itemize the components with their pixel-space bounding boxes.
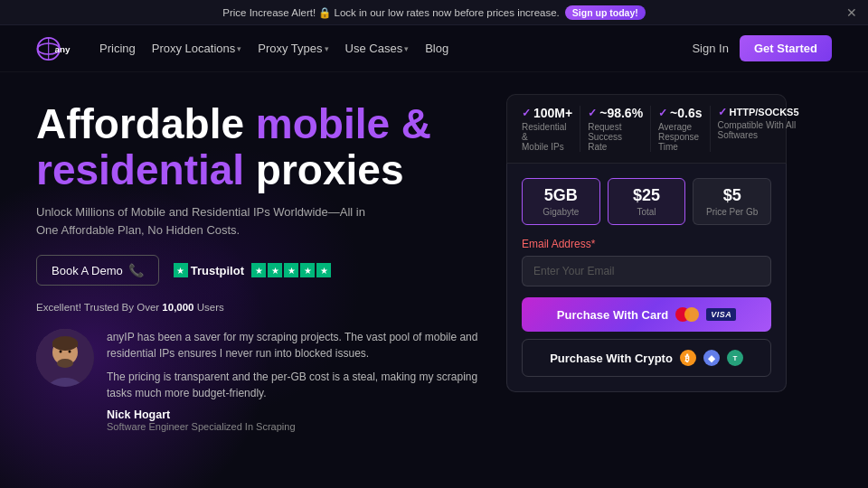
price-per-gb-label: Price Per Gb bbox=[701, 207, 763, 217]
usdt-icon: T bbox=[727, 350, 743, 366]
testimonial-section: anyIP has been a saver for my scraping p… bbox=[36, 329, 479, 432]
cta-row: Book A Demo 📞 ★ Trustpilot ★ ★ ★ ★ ★ bbox=[36, 255, 479, 286]
price-option-gb[interactable]: 5GB Gigabyte bbox=[522, 178, 600, 225]
get-started-button[interactable]: Get Started bbox=[740, 35, 832, 61]
price-total-label: Total bbox=[616, 207, 678, 217]
nav-pricing[interactable]: Pricing bbox=[92, 38, 143, 59]
testimonial-quote-1: anyIP has been a saver for my scraping p… bbox=[107, 329, 479, 361]
nav-links: Pricing Proxy Locations ▾ Proxy Types ▾ … bbox=[92, 38, 692, 59]
mastercard-icon bbox=[675, 307, 699, 322]
testimonial-name: Nick Hogart bbox=[107, 408, 479, 421]
announcement-bar: Price Increase Alert! 🔒 Lock in our low … bbox=[0, 0, 868, 25]
stats-row: ✓ 100M+ Residential & Mobile IPs ✓ ~98.6… bbox=[506, 94, 787, 164]
price-option-per-gb[interactable]: $5 Price Per Gb bbox=[693, 178, 771, 225]
trustpilot-stars: ★ ★ ★ ★ ★ bbox=[251, 263, 331, 277]
svg-point-9 bbox=[57, 359, 73, 368]
svg-rect-8 bbox=[52, 342, 78, 347]
nav-actions: Sign In Get Started bbox=[692, 35, 832, 61]
price-total-value: $25 bbox=[616, 186, 678, 205]
chevron-down-icon: ▾ bbox=[237, 44, 241, 53]
star-5: ★ bbox=[316, 263, 331, 277]
avatar bbox=[36, 329, 94, 387]
svg-point-11 bbox=[69, 351, 71, 353]
close-announcement-button[interactable]: ✕ bbox=[846, 6, 857, 19]
star-4: ★ bbox=[300, 263, 315, 277]
nav-use-cases[interactable]: Use Cases ▾ bbox=[338, 38, 417, 59]
check-icon: ✓ bbox=[718, 106, 727, 118]
price-gb-value: 5GB bbox=[530, 186, 592, 205]
announcement-text: Price Increase Alert! 🔒 Lock in our low … bbox=[222, 6, 560, 19]
main-content: Affordable mobile & residential proxies … bbox=[0, 72, 868, 432]
trustpilot-label: Trustpilot bbox=[191, 264, 244, 277]
nav-proxy-types[interactable]: Proxy Types ▾ bbox=[250, 38, 335, 59]
hero-title: Affordable mobile & residential proxies bbox=[36, 101, 479, 192]
email-input[interactable] bbox=[522, 256, 771, 286]
star-3: ★ bbox=[284, 263, 298, 277]
purchase-crypto-button[interactable]: Purchase With Crypto ₿ ◆ T bbox=[522, 339, 771, 377]
email-label: Email Address* bbox=[522, 238, 771, 250]
price-per-gb-value: $5 bbox=[701, 186, 763, 205]
price-options: 5GB Gigabyte $25 Total $5 Price Per Gb bbox=[522, 178, 771, 225]
svg-point-10 bbox=[60, 351, 62, 353]
phone-icon: 📞 bbox=[128, 263, 144, 277]
bitcoin-icon: ₿ bbox=[680, 350, 696, 366]
pricing-box: 5GB Gigabyte $25 Total $5 Price Per Gb E… bbox=[506, 164, 787, 392]
navigation: anyIP Pricing Proxy Locations ▾ Proxy Ty… bbox=[0, 25, 868, 72]
check-icon: ✓ bbox=[522, 107, 531, 119]
sign-in-button[interactable]: Sign In bbox=[692, 42, 728, 55]
trustpilot-logo: ★ Trustpilot bbox=[174, 263, 244, 277]
stat-response-time: ✓ ~0.6s Average Response Time bbox=[651, 106, 710, 152]
stat-ips: ✓ 100M+ Residential & Mobile IPs bbox=[514, 106, 580, 152]
trustpilot-section: ★ Trustpilot ★ ★ ★ ★ ★ bbox=[174, 263, 331, 277]
star-1: ★ bbox=[251, 263, 266, 277]
star-2: ★ bbox=[268, 263, 282, 277]
nav-proxy-locations[interactable]: Proxy Locations ▾ bbox=[145, 38, 250, 59]
testimonial-quote-2: The pricing is transparent and the per-G… bbox=[107, 369, 479, 401]
right-column: ✓ 100M+ Residential & Mobile IPs ✓ ~98.6… bbox=[506, 94, 787, 432]
chevron-down-icon: ▾ bbox=[325, 44, 329, 53]
price-option-total[interactable]: $25 Total bbox=[608, 178, 686, 225]
logo[interactable]: anyIP bbox=[36, 36, 71, 61]
stat-success-rate: ✓ ~98.6% Request Success Rate bbox=[580, 106, 651, 152]
book-demo-button[interactable]: Book A Demo 📞 bbox=[36, 255, 159, 286]
hero-subtitle: Unlock Millions of Mobile and Residentia… bbox=[36, 203, 380, 239]
left-column: Affordable mobile & residential proxies … bbox=[36, 94, 479, 432]
visa-icon: VISA bbox=[706, 308, 736, 321]
ethereum-icon: ◆ bbox=[703, 350, 720, 366]
price-gb-label: Gigabyte bbox=[530, 207, 592, 217]
check-icon: ✓ bbox=[588, 107, 597, 119]
signup-button[interactable]: Sign up today! bbox=[565, 5, 646, 20]
stat-protocols: ✓ HTTP/SOCKS5 Compatible With All Softwa… bbox=[711, 106, 807, 152]
chevron-down-icon: ▾ bbox=[404, 44, 409, 53]
trustpilot-star-bg: ★ bbox=[174, 263, 188, 277]
check-icon: ✓ bbox=[658, 107, 667, 119]
svg-text:anyIP: anyIP bbox=[55, 43, 71, 53]
testimonial-text: anyIP has been a saver for my scraping p… bbox=[107, 329, 479, 432]
trustpilot-subtitle: Excellent! Trusted By Over 10,000 Users bbox=[36, 302, 479, 313]
testimonial-role: Software Engineer Specialized In Scrapin… bbox=[107, 421, 479, 432]
purchase-card-button[interactable]: Purchase With Card VISA bbox=[522, 297, 771, 332]
nav-blog[interactable]: Blog bbox=[418, 38, 456, 59]
